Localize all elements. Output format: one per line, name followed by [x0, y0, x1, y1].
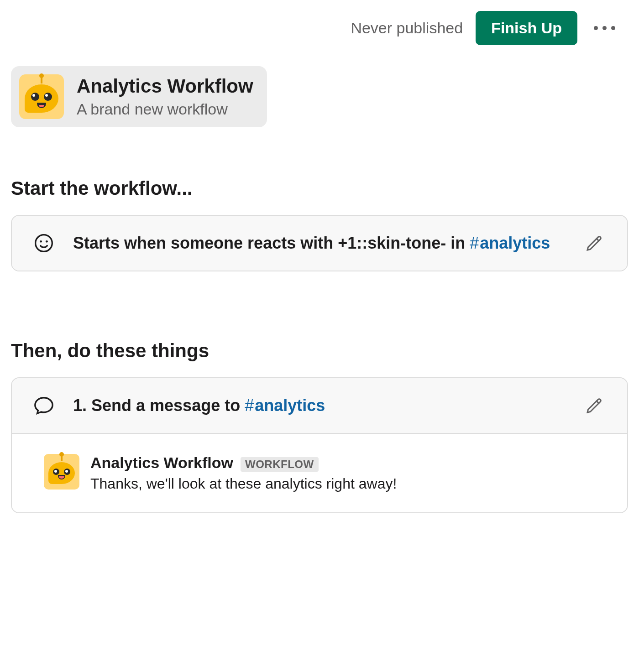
- trigger-text-prefix: Starts when someone reacts with +1::skin…: [73, 234, 470, 252]
- then-section-heading: Then, do these things: [11, 340, 628, 362]
- finish-up-button[interactable]: Finish Up: [476, 11, 577, 45]
- workflow-bot-avatar-icon: [19, 74, 64, 119]
- emoji-reaction-icon: [33, 232, 55, 254]
- edit-trigger-button[interactable]: [582, 231, 606, 255]
- message-author-avatar-icon: [44, 454, 79, 490]
- trigger-description: Starts when someone reacts with +1::skin…: [73, 232, 564, 255]
- workflow-header-card[interactable]: Analytics Workflow A brand new workflow: [11, 66, 267, 127]
- workflow-subtitle: A brand new workflow: [77, 100, 253, 118]
- trigger-step-card: Starts when someone reacts with +1::skin…: [11, 215, 628, 271]
- message-preview: Analytics Workflow WORKFLOW Thanks, we'l…: [12, 433, 627, 512]
- topbar: Never published Finish Up: [11, 11, 628, 45]
- workflow-header-text: Analytics Workflow A brand new workflow: [77, 75, 253, 118]
- workflow-title: Analytics Workflow: [77, 75, 253, 97]
- edit-action-button[interactable]: [582, 394, 606, 417]
- pencil-icon: [585, 396, 603, 415]
- message-text: Thanks, we'll look at these analytics ri…: [90, 475, 397, 492]
- message-author: Analytics Workflow: [90, 454, 233, 472]
- trigger-step-head[interactable]: Starts when someone reacts with +1::skin…: [12, 216, 627, 271]
- action-step-card: 1. Send a message to #analytics: [11, 377, 628, 513]
- svg-point-1: [40, 240, 42, 243]
- message-content: Analytics Workflow WORKFLOW Thanks, we'l…: [90, 454, 397, 492]
- message-icon: [33, 395, 55, 417]
- action-title-prefix: 1. Send a message to: [73, 396, 245, 415]
- workflow-badge: WORKFLOW: [241, 457, 319, 472]
- publish-status: Never published: [351, 19, 463, 37]
- svg-point-0: [36, 235, 52, 252]
- more-options-icon[interactable]: [590, 22, 619, 34]
- svg-point-2: [46, 240, 48, 243]
- action-channel-link[interactable]: #analytics: [245, 396, 325, 415]
- action-description: 1. Send a message to #analytics: [73, 394, 564, 417]
- pencil-icon: [585, 234, 603, 252]
- trigger-channel-link[interactable]: #analytics: [470, 234, 550, 252]
- start-section-heading: Start the workflow...: [11, 177, 628, 199]
- action-step-head[interactable]: 1. Send a message to #analytics: [12, 378, 627, 433]
